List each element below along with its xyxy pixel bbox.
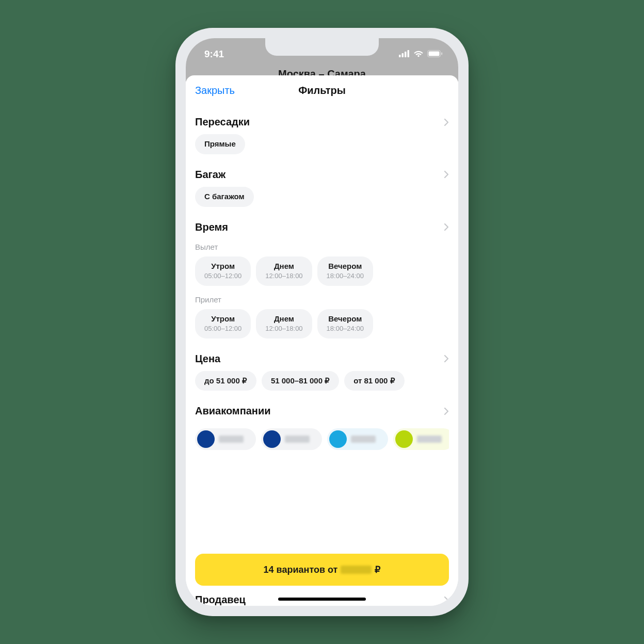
chip-arrive-morning[interactable]: Утром05:00–12:00 xyxy=(195,309,251,339)
chip-label: Вечером xyxy=(328,262,362,270)
chip-price-high[interactable]: от 81 000 ₽ xyxy=(344,371,404,391)
phone-frame: 9:41 Москва – Самара Закрыть Фильтры xyxy=(175,28,469,616)
airline-chip-2[interactable] xyxy=(261,428,322,450)
section-title-seller: Продавец xyxy=(195,594,246,606)
airline-label-blurred xyxy=(285,436,310,443)
chip-depart-day[interactable]: Днем12:00–18:00 xyxy=(256,256,312,286)
chevron-right-icon xyxy=(444,596,449,604)
chip-sub: 18:00–24:00 xyxy=(327,272,364,280)
chevron-right-icon xyxy=(444,118,449,126)
cta-suffix: ₽ xyxy=(375,564,380,575)
airline-label-blurred xyxy=(219,436,244,443)
filters-content: Пересадки Прямые Багаж С багажом xyxy=(186,104,458,546)
status-indicators xyxy=(399,49,443,60)
svg-rect-2 xyxy=(405,52,407,57)
sublabel-arrive: Прилет xyxy=(195,295,449,304)
section-transfers: Пересадки Прямые xyxy=(195,113,449,154)
section-baggage: Багаж С багажом xyxy=(195,166,449,207)
chip-price-low[interactable]: до 51 000 ₽ xyxy=(195,371,256,391)
home-indicator[interactable] xyxy=(278,598,366,601)
chip-sub: 12:00–18:00 xyxy=(265,272,302,280)
section-title-time: Время xyxy=(195,221,228,233)
sheet-header: Закрыть Фильтры xyxy=(186,75,458,104)
chip-arrive-day[interactable]: Днем12:00–18:00 xyxy=(256,309,312,339)
chip-direct[interactable]: Прямые xyxy=(195,134,245,154)
section-row-airlines[interactable]: Авиакомпании xyxy=(195,402,449,423)
svg-rect-6 xyxy=(441,53,442,55)
section-price: Цена до 51 000 ₽ 51 000–81 000 ₽ от 81 0… xyxy=(195,350,449,391)
chip-sub: 12:00–18:00 xyxy=(265,325,302,333)
chip-sub: 05:00–12:00 xyxy=(204,272,242,280)
chip-label: Утром xyxy=(211,314,235,323)
svg-rect-3 xyxy=(408,50,410,57)
section-title-baggage: Багаж xyxy=(195,169,226,181)
chip-label: Днем xyxy=(274,262,294,270)
airline-label-blurred xyxy=(417,436,442,443)
wifi-icon xyxy=(413,49,424,60)
cta-prefix: 14 вариантов от xyxy=(264,565,338,575)
airline-dot-icon xyxy=(329,430,347,448)
airline-chip-4[interactable] xyxy=(393,428,449,450)
section-title-airlines: Авиакомпании xyxy=(195,405,271,417)
filters-sheet: Закрыть Фильтры Пересадки Прямые xyxy=(186,75,458,606)
chip-depart-morning[interactable]: Утром05:00–12:00 xyxy=(195,256,251,286)
cta-wrap: 14 вариантов от ₽ xyxy=(186,546,458,589)
chip-with-baggage[interactable]: С багажом xyxy=(195,187,254,207)
airline-dot-icon xyxy=(395,430,413,448)
chip-label: Утром xyxy=(211,262,235,270)
chip-price-mid[interactable]: 51 000–81 000 ₽ xyxy=(262,371,339,391)
chip-arrive-evening[interactable]: Вечером18:00–24:00 xyxy=(317,309,373,339)
chevron-right-icon xyxy=(444,170,449,179)
cta-price-blurred xyxy=(341,566,372,574)
chip-sub: 18:00–24:00 xyxy=(327,325,364,333)
svg-rect-1 xyxy=(402,53,404,57)
section-title-transfers: Пересадки xyxy=(195,116,250,128)
phone-screen: 9:41 Москва – Самара Закрыть Фильтры xyxy=(186,38,458,606)
section-row-time[interactable]: Время xyxy=(195,218,449,239)
section-row-price[interactable]: Цена xyxy=(195,350,449,371)
chip-label: Вечером xyxy=(328,314,362,323)
section-row-baggage[interactable]: Багаж xyxy=(195,166,449,187)
status-bar: 9:41 xyxy=(186,38,458,67)
apply-button[interactable]: 14 вариантов от ₽ xyxy=(195,554,449,586)
chip-sub: 05:00–12:00 xyxy=(204,325,242,333)
airline-label-blurred xyxy=(351,436,376,443)
battery-icon xyxy=(427,49,443,60)
airline-chip-1[interactable] xyxy=(195,428,256,450)
cellular-icon xyxy=(399,49,410,60)
section-time: Время Вылет Утром05:00–12:00 Днем12:00–1… xyxy=(195,218,449,339)
notch xyxy=(265,38,379,56)
sublabel-depart: Вылет xyxy=(195,243,449,251)
chip-depart-evening[interactable]: Вечером18:00–24:00 xyxy=(317,256,373,286)
section-row-transfers[interactable]: Пересадки xyxy=(195,113,449,134)
airline-chip-3[interactable] xyxy=(327,428,388,450)
section-airlines: Авиакомпании xyxy=(195,402,449,450)
chevron-right-icon xyxy=(444,407,449,415)
airline-dot-icon xyxy=(263,430,281,448)
svg-rect-0 xyxy=(399,55,401,57)
status-time: 9:41 xyxy=(204,49,224,60)
section-title-price: Цена xyxy=(195,353,220,365)
close-button[interactable]: Закрыть xyxy=(195,85,235,96)
chevron-right-icon xyxy=(444,223,449,231)
svg-rect-5 xyxy=(429,52,440,56)
chip-label: Днем xyxy=(274,314,294,323)
airline-dot-icon xyxy=(197,430,215,448)
chevron-right-icon xyxy=(444,355,449,363)
